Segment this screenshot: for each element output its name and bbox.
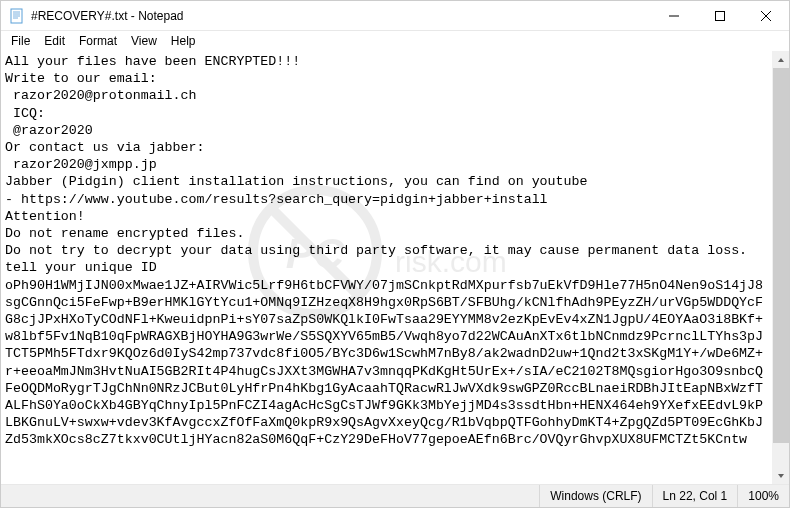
menu-format[interactable]: Format [73,33,123,49]
close-button[interactable] [743,1,789,30]
svg-rect-6 [716,11,725,20]
status-zoom: 100% [737,485,789,507]
svg-marker-9 [778,58,784,62]
menubar: File Edit Format View Help [1,31,789,51]
titlebar-left: #RECOVERY#.txt - Notepad [1,8,184,24]
scroll-down-button[interactable] [773,467,789,484]
statusbar: Windows (CRLF) Ln 22, Col 1 100% [1,484,789,507]
menu-edit[interactable]: Edit [38,33,71,49]
menu-help[interactable]: Help [165,33,202,49]
status-eol: Windows (CRLF) [539,485,651,507]
menu-view[interactable]: View [125,33,163,49]
menu-file[interactable]: File [5,33,36,49]
maximize-button[interactable] [697,1,743,30]
svg-marker-10 [778,474,784,478]
minimize-button[interactable] [651,1,697,30]
text-editor[interactable]: All your files have been ENCRYPTED!!! Wr… [1,51,772,484]
window-controls [651,1,789,30]
window-title: #RECOVERY#.txt - Notepad [31,9,184,23]
content-area: All your files have been ENCRYPTED!!! Wr… [1,51,789,484]
titlebar: #RECOVERY#.txt - Notepad [1,1,789,31]
vertical-scrollbar[interactable] [772,51,789,484]
scroll-up-button[interactable] [773,51,789,68]
notepad-icon [9,8,25,24]
notepad-window: #RECOVERY#.txt - Notepad File Edit Forma… [0,0,790,508]
scrollbar-track[interactable] [773,68,789,467]
scrollbar-thumb[interactable] [773,68,789,443]
status-position: Ln 22, Col 1 [652,485,738,507]
